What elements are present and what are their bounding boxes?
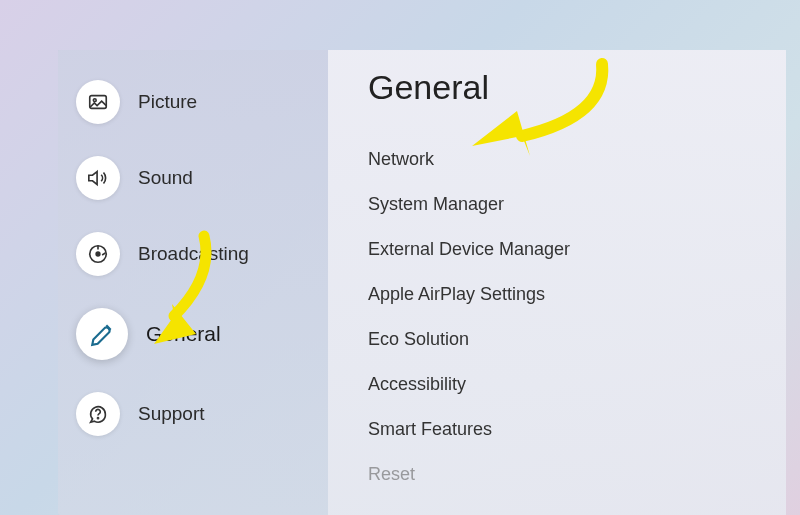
sidebar-item-broadcasting[interactable]: Broadcasting (76, 232, 310, 276)
content-item-reset[interactable]: Reset (368, 452, 756, 497)
general-icon (76, 308, 128, 360)
sidebar-item-label: Sound (138, 167, 193, 189)
sidebar-item-label: Broadcasting (138, 243, 249, 265)
content-item-apple-airplay-settings[interactable]: Apple AirPlay Settings (368, 272, 756, 317)
settings-screen: Picture Sound Broadcasting (58, 50, 786, 515)
sidebar-item-sound[interactable]: Sound (76, 156, 310, 200)
sidebar-item-general[interactable]: General (76, 308, 310, 360)
sidebar-item-picture[interactable]: Picture (76, 80, 310, 124)
settings-sidebar: Picture Sound Broadcasting (58, 50, 328, 515)
content-item-eco-solution[interactable]: Eco Solution (368, 317, 756, 362)
content-item-smart-features[interactable]: Smart Features (368, 407, 756, 452)
content-item-system-manager[interactable]: System Manager (368, 182, 756, 227)
sidebar-item-label: Support (138, 403, 205, 425)
svg-point-1 (93, 99, 96, 102)
content-panel: General Network System Manager External … (328, 50, 786, 515)
svg-point-4 (97, 418, 98, 419)
sidebar-item-support[interactable]: Support (76, 392, 310, 436)
content-item-accessibility[interactable]: Accessibility (368, 362, 756, 407)
sidebar-item-label: Picture (138, 91, 197, 113)
svg-rect-0 (90, 96, 107, 109)
content-item-external-device-manager[interactable]: External Device Manager (368, 227, 756, 272)
svg-point-3 (96, 252, 100, 256)
picture-icon (76, 80, 120, 124)
support-icon (76, 392, 120, 436)
broadcasting-icon (76, 232, 120, 276)
content-title: General (368, 68, 756, 107)
sidebar-item-label: General (146, 322, 221, 346)
content-item-network[interactable]: Network (368, 137, 756, 182)
sound-icon (76, 156, 120, 200)
